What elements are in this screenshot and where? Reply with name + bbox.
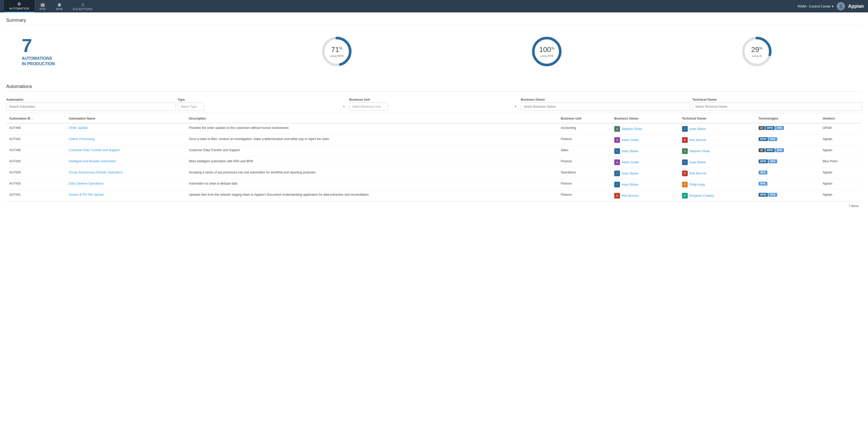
cell-vendors: Appian: [819, 179, 862, 190]
cell-description: Provides the order updates to the custom…: [186, 123, 557, 135]
technical-owner-filter-label: Technical Owner: [692, 98, 862, 102]
business-owner-name[interactable]: Adam Godel: [621, 161, 639, 164]
rpa-percent: 100%: [539, 46, 554, 54]
automations-title: Automations: [6, 84, 862, 92]
business-owner-input[interactable]: [521, 103, 690, 111]
cell-id: AUT#34: [6, 168, 66, 179]
nav-items: ⚙ AUTOMATION 🤖 RPA ▣ BPM ⚠ EXCEPTIONS: [4, 0, 798, 12]
nav-item-rpa[interactable]: 🤖 RPA: [34, 0, 51, 12]
summary-title: Summary: [6, 18, 862, 25]
cell-description: More intelligent automation with RPA and…: [186, 157, 557, 168]
nav-label-exceptions: EXCEPTIONS: [73, 7, 93, 10]
cell-business-unit: Sales: [558, 146, 611, 157]
business-owner-cell: S Stephen Okala: [614, 126, 676, 132]
tech-badge-bpm: BPM: [765, 148, 775, 152]
automation-link[interactable]: Customer Data Transfer and Support: [69, 148, 120, 152]
cell-description: Once a claim is filed, conduct an invest…: [186, 135, 557, 146]
table-row: AUT#46 Order Update Provides the order u…: [6, 123, 862, 135]
business-owner-avatar: S: [614, 126, 620, 132]
cell-id: AUT#36: [6, 146, 66, 157]
automation-filter-label: Automation: [6, 98, 176, 102]
cell-business-unit: Operations: [558, 168, 611, 179]
technical-owner-name[interactable]: Benjamin Crawley: [689, 194, 714, 197]
technical-owner-cell: B Benjamin Crawley: [682, 193, 752, 199]
type-select[interactable]: Select Type: [178, 103, 204, 111]
search-automation-input[interactable]: [6, 103, 176, 111]
automation-link[interactable]: Claims Processing: [69, 137, 94, 141]
rpa-chart-card: 100% using RPA: [442, 35, 652, 68]
business-owner-name[interactable]: Adam Godel: [621, 138, 639, 142]
cell-technologies: BPMRPA: [755, 157, 819, 168]
technical-owner-avatar: R: [682, 171, 688, 176]
technical-owner-cell: I Isaac Blaise: [682, 160, 752, 165]
technical-owner-name[interactable]: Rob Munroe: [689, 138, 706, 142]
cell-technical-owner: R Rob Munroe: [679, 135, 755, 146]
business-owner-cell: R Rob Munroe: [614, 193, 676, 199]
col-header-description: Description: [186, 114, 557, 123]
technical-owner-name[interactable]: Philip Kang: [689, 183, 705, 186]
business-owner-name[interactable]: Isaac Blaise: [621, 172, 638, 175]
automations-count-card: 7 AUTOMATIONS IN PRODUCTION: [6, 36, 232, 67]
automations-label: AUTOMATIONS IN PRODUCTION: [22, 56, 55, 67]
cell-business-unit: Finance: [558, 190, 611, 201]
avatar[interactable]: 👤: [837, 2, 845, 10]
cell-description: Uploads files from the network staging s…: [186, 190, 557, 201]
cell-business-owner: I Isaac Blaise: [611, 146, 679, 157]
technical-owner-avatar: I: [682, 160, 688, 165]
bpm-donut-center: 71% using BPM: [330, 46, 343, 57]
technical-owner-input[interactable]: [692, 103, 862, 111]
business-owner-name[interactable]: Stephen Okala: [621, 127, 642, 131]
automation-link[interactable]: Order Update: [69, 126, 88, 130]
automation-link[interactable]: Data Cleanse Operations: [69, 182, 104, 185]
business-owner-avatar: A: [614, 160, 620, 165]
automations-table: Automation ID Automation Name Descriptio…: [6, 114, 862, 201]
technical-owner-name[interactable]: Rob Munroe: [689, 172, 706, 175]
nav-item-bpm[interactable]: ▣ BPM: [51, 0, 68, 12]
summary-cards: 7 AUTOMATIONS IN PRODUCTION 71% using BP…: [6, 29, 862, 76]
table-item-count: 7 items: [848, 204, 859, 208]
tech-badge-bpm: BPM: [758, 193, 768, 197]
business-owner-avatar: I: [614, 148, 620, 154]
tech-badge-rpa: RPA: [768, 193, 777, 197]
main-content: Summary 7 AUTOMATIONS IN PRODUCTION: [0, 12, 868, 425]
technical-owner-name[interactable]: Stephen Okala: [689, 149, 710, 153]
col-header-id[interactable]: Automation ID: [6, 114, 66, 123]
tech-badge-ai: AI: [758, 126, 765, 130]
nav-user-label[interactable]: RWM - Control Center ▾: [798, 4, 834, 8]
automation-link[interactable]: Intelligent and Broader Automation: [69, 160, 116, 163]
table-row: AUT#31 Invoice & PO File Upload Uploads …: [6, 190, 862, 201]
table-header-row: Automation ID Automation Name Descriptio…: [6, 114, 862, 123]
technical-owner-name[interactable]: Isaac Blaise: [689, 127, 706, 131]
tech-badge-rpa: RPA: [758, 182, 767, 186]
appian-logo: Appian: [848, 4, 864, 9]
technical-owner-avatar: I: [682, 126, 688, 132]
table-row: AUT#34 Group Autonomous Robotic Operatio…: [6, 168, 862, 179]
cell-business-owner: I Isaac Blaise: [611, 168, 679, 179]
automation-icon: ⚙: [17, 2, 21, 6]
technical-owner-name[interactable]: Isaac Blaise: [689, 161, 706, 164]
ai-donut-center: 29% using AI: [751, 46, 763, 57]
bpm-icon: ▣: [57, 2, 62, 7]
automation-link[interactable]: Group Autonomous Robotic Operations: [69, 171, 123, 174]
technical-owner-filter-group: Technical Owner: [692, 98, 862, 111]
col-header-technologies: Technologies: [755, 114, 819, 123]
bpm-donut: 71% using BPM: [320, 35, 353, 68]
business-owner-name[interactable]: Isaac Blaise: [621, 183, 638, 186]
cell-business-owner: R Rob Munroe: [611, 190, 679, 201]
business-owner-name[interactable]: Rob Munroe: [621, 194, 639, 197]
automations-section: Automations Automation Type Select Type …: [6, 84, 862, 210]
filters-row: Automation Type Select Type Business Uni…: [6, 96, 862, 113]
business-unit-select[interactable]: Select Business Unit: [349, 103, 388, 111]
business-owner-cell: I Isaac Blaise: [614, 182, 676, 188]
automation-link[interactable]: Invoice & PO File Upload: [69, 193, 103, 196]
nav-item-automation[interactable]: ⚙ AUTOMATION: [4, 0, 34, 12]
cell-vendors: Appian: [819, 190, 862, 201]
business-owner-name[interactable]: Isaac Blaise: [621, 149, 638, 153]
type-select-wrap: Select Type: [178, 103, 347, 111]
technical-owner-avatar: R: [682, 137, 688, 143]
nav-label-automation: AUTOMATION: [9, 7, 29, 10]
technical-owner-cell: P Philip Kang: [682, 182, 752, 188]
automations-count: 7: [22, 36, 32, 55]
nav-item-exceptions[interactable]: ⚠ EXCEPTIONS: [68, 0, 98, 12]
cell-business-owner: A Adam Godel: [611, 135, 679, 146]
